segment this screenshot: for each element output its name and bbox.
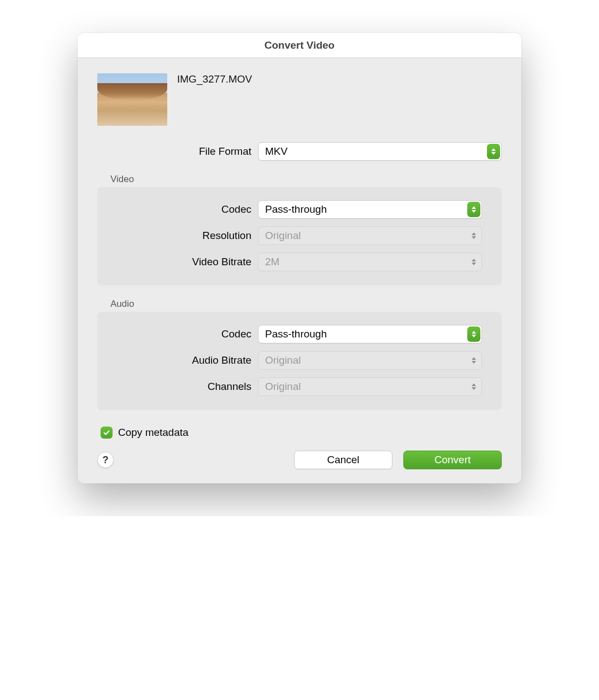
copy-metadata-checkbox[interactable] [101, 427, 113, 439]
video-resolution-row: Resolution Original [117, 226, 482, 245]
video-thumbnail [97, 73, 167, 126]
updown-icon [467, 202, 480, 217]
file-format-value: MKV [265, 145, 287, 158]
audio-bitrate-value: Original [265, 354, 301, 366]
audio-bitrate-label: Audio Bitrate [117, 354, 258, 366]
convert-label: Convert [434, 454, 471, 466]
audio-bitrate-row: Audio Bitrate Original [117, 351, 482, 370]
window-title: Convert Video [265, 39, 334, 51]
help-button[interactable]: ? [97, 452, 114, 468]
video-bitrate-row: Video Bitrate 2M [117, 253, 482, 271]
audio-channels-label: Channels [117, 381, 258, 393]
checkmark-icon [103, 429, 110, 436]
audio-group: Codec Pass-through Audio Bitrate Origina… [97, 312, 502, 410]
window-titlebar: Convert Video [78, 33, 521, 58]
copy-metadata-row[interactable]: Copy metadata [101, 427, 502, 439]
video-codec-label: Codec [117, 203, 258, 215]
video-bitrate-select: 2M [258, 253, 482, 271]
video-bitrate-label: Video Bitrate [117, 256, 258, 268]
video-resolution-label: Resolution [117, 230, 258, 242]
dialog-content: IMG_3277.MOV File Format MKV Video Codec… [78, 58, 521, 483]
filename: IMG_3277.MOV [177, 73, 252, 85]
updown-icon [467, 254, 480, 270]
updown-icon [467, 228, 480, 243]
updown-icon [467, 379, 480, 394]
video-codec-row: Codec Pass-through [117, 200, 482, 219]
video-resolution-value: Original [265, 230, 301, 242]
video-codec-select[interactable]: Pass-through [258, 200, 482, 219]
file-format-label: File Format [97, 145, 258, 158]
audio-channels-row: Channels Original [117, 377, 482, 396]
audio-codec-row: Codec Pass-through [117, 325, 482, 343]
updown-icon [467, 326, 480, 342]
updown-icon [487, 144, 500, 159]
help-icon: ? [103, 454, 109, 466]
audio-codec-select[interactable]: Pass-through [258, 325, 482, 343]
video-bitrate-value: 2M [265, 256, 279, 268]
copy-metadata-label: Copy metadata [118, 427, 189, 439]
audio-codec-value: Pass-through [265, 328, 327, 340]
audio-channels-select: Original [258, 377, 482, 396]
audio-bitrate-select: Original [258, 351, 482, 370]
video-resolution-select: Original [258, 226, 482, 245]
cancel-label: Cancel [327, 454, 359, 466]
convert-button[interactable]: Convert [403, 451, 502, 469]
video-group: Codec Pass-through Resolution Original V… [97, 187, 502, 285]
video-codec-value: Pass-through [265, 203, 327, 215]
file-format-row: File Format MKV [97, 142, 502, 161]
audio-channels-value: Original [265, 381, 301, 393]
file-header: IMG_3277.MOV [97, 73, 502, 126]
dialog-footer: ? Cancel Convert [97, 451, 502, 469]
audio-section-label: Audio [110, 299, 502, 310]
convert-video-dialog: Convert Video IMG_3277.MOV File Format M… [78, 33, 521, 483]
audio-codec-label: Codec [117, 328, 258, 340]
updown-icon [467, 353, 480, 368]
cancel-button[interactable]: Cancel [294, 451, 392, 469]
file-format-select[interactable]: MKV [258, 142, 502, 161]
video-section-label: Video [110, 174, 502, 185]
